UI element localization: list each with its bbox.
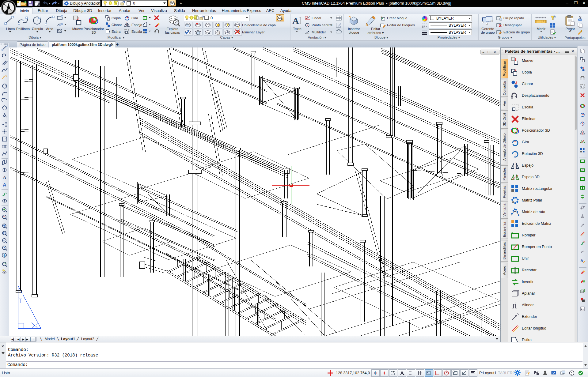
svg-text:A: A	[292, 16, 299, 26]
svg-text:A: A	[580, 258, 583, 263]
svg-text:A: A	[3, 182, 6, 187]
svg-text:A: A	[3, 175, 6, 180]
svg-text:0: 0	[133, 1, 135, 6]
svg-text:0: 0	[211, 16, 213, 20]
